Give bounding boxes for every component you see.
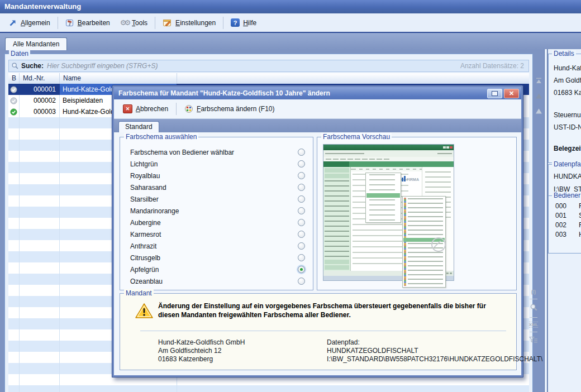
apply-colorscheme-button[interactable]: Farbschema ändern (F10) <box>180 102 279 116</box>
column-header-name[interactable]: Name <box>60 73 177 84</box>
color-scheme-option[interactable]: Farbschema von Bediener wählbar <box>120 146 313 158</box>
column-header-nr[interactable]: Md.-Nr. <box>20 73 60 84</box>
bediener-name: Her <box>579 230 581 240</box>
cancel-button[interactable]: ✕ Abbrechen <box>118 102 173 116</box>
details-panel: Details Hund-Katze-Goldfisch GmbH Am Gol… <box>548 49 581 392</box>
toolbar-label: Tools <box>132 19 147 27</box>
tab-strip: Alle Mandanten <box>0 32 581 50</box>
radio-button[interactable] <box>298 207 305 214</box>
window-titlebar: Mandantenverwaltung <box>0 0 581 13</box>
grid-scroll-controls <box>534 77 543 116</box>
radio-button[interactable] <box>298 231 305 238</box>
datapath-full: I:\BW_STANDARD\BW558PATCH32176\HUNDKATZE… <box>327 355 542 364</box>
dialog-body: Farbschema auswählen Farbschema von Bedi… <box>114 132 521 375</box>
column-header-b[interactable]: B <box>8 73 20 84</box>
restore-icon <box>492 91 498 96</box>
scroll-up-button[interactable] <box>535 93 542 101</box>
bediener-name: San <box>579 211 581 221</box>
toolbar-item-bearbeiten[interactable]: Bearbeiten <box>60 16 115 30</box>
settings-window-icon <box>163 18 172 27</box>
color-scheme-label: Citrusgelb <box>130 254 298 262</box>
datenpfad-group-label: Datenpfad <box>552 160 581 168</box>
details-group-label: Details <box>552 50 576 58</box>
bediener-row[interactable]: 001 San <box>549 211 581 221</box>
bediener-name: Rud <box>579 202 581 211</box>
toolbar-item-tools[interactable]: ⚙⚙ Tools <box>115 16 153 29</box>
radio-button[interactable] <box>298 266 305 273</box>
color-scheme-option[interactable]: Apfelgrün <box>120 264 313 275</box>
close-button[interactable]: ✕ <box>504 89 519 98</box>
preview-no-image-icon <box>431 237 446 252</box>
dialog-title: Farbschema für Mandant "Hund-Katze-Goldf… <box>118 89 485 97</box>
color-scheme-option[interactable]: Royalblau <box>120 170 313 181</box>
color-scheme-option[interactable]: Anthrazit <box>120 240 313 252</box>
restore-button[interactable] <box>487 89 502 98</box>
mandant-company: Hund-Katze-Goldfisch GmbH <box>158 338 245 347</box>
count-icon[interactable]: (l) <box>531 289 536 295</box>
scroll-top-button[interactable] <box>535 77 542 86</box>
radio-button[interactable] <box>298 254 305 261</box>
radio-button[interactable] <box>298 172 305 179</box>
radio-button[interactable] <box>298 242 305 250</box>
toolbar-label: Bearbeiten <box>78 19 110 27</box>
color-scheme-option[interactable]: Lichtgrün <box>120 158 313 170</box>
tab-standard[interactable]: Standard <box>118 121 159 132</box>
color-scheme-option[interactable]: Aubergine <box>120 217 313 228</box>
color-scheme-option[interactable]: Ozeanblau <box>120 275 313 287</box>
radio-button[interactable] <box>298 160 305 168</box>
help-icon: ? <box>231 18 240 27</box>
preview-group-label: Farbschema Vorschau <box>321 133 392 141</box>
main-toolbar: Allgemein Bearbeiten ⚙⚙ Tools Einstellun… <box>0 13 581 32</box>
tab-alle-mandanten[interactable]: Alle Mandanten <box>5 37 67 50</box>
color-scheme-label: Karmesrot <box>130 231 298 238</box>
radio-button[interactable] <box>298 278 305 285</box>
window-title: Mandantenverwaltung <box>4 2 81 11</box>
dialog-titlebar[interactable]: Farbschema für Mandant "Hund-Katze-Goldf… <box>114 87 521 99</box>
color-scheme-option[interactable]: Mandarinorange <box>120 205 313 217</box>
toolbar-item-allgemein[interactable]: Allgemein <box>3 16 55 30</box>
data-path-name: HUNDKATZEGOLDFISCHALT <box>549 170 581 183</box>
dialog-tab-strip: Standard <box>114 119 521 132</box>
color-scheme-option[interactable]: Citrusgelb <box>120 252 313 264</box>
bediener-name: Fra <box>579 221 581 230</box>
mandant-datapath: Datenpfad: HUNDKATZEGOLDFISCHALT I:\BW_S… <box>327 338 542 364</box>
daten-group-label: Daten <box>9 50 30 58</box>
bediener-number: 000 <box>555 202 570 211</box>
grid-search-icon[interactable] <box>530 303 538 313</box>
radio-button[interactable] <box>298 184 305 191</box>
empty-table-row[interactable] <box>8 385 529 392</box>
farbschema-vorschau-group: Farbschema Vorschau <box>317 137 517 290</box>
color-scheme-option[interactable]: Saharasand <box>120 181 313 193</box>
color-scheme-label: Royalblau <box>130 172 298 180</box>
mandant-number-cell: 000003 <box>20 106 60 117</box>
preview-thumbnail: FIRMA <box>323 144 454 281</box>
color-scheme-label: Starsilber <box>130 195 298 203</box>
color-scheme-label: Anthrazit <box>130 242 298 250</box>
toolbar-item-hilfe[interactable]: ? Hilfe <box>226 16 261 29</box>
radio-button[interactable] <box>298 219 305 226</box>
grid-side-tools: (l) XML <box>528 289 539 345</box>
color-scheme-option[interactable]: Starsilber <box>120 193 313 205</box>
farbschema-auswaehlen-group: Farbschema auswählen Farbschema von Bedi… <box>120 137 313 290</box>
detail-periods: Belegzeiträume <box>549 142 581 155</box>
color-scheme-option[interactable]: Karmesrot <box>120 228 313 240</box>
mandant-number-cell: 000002 <box>20 95 60 106</box>
radio-button[interactable] <box>298 195 305 203</box>
toolbar-item-einstellungen[interactable]: Einstellungen <box>158 16 221 30</box>
bediener-row[interactable]: 003 Her <box>549 230 581 240</box>
bediener-group-label: Bediener <box>552 192 581 199</box>
bediener-row[interactable]: 000 Rud <box>549 202 581 211</box>
toolbar-separator <box>58 17 58 29</box>
bediener-row[interactable]: 002 Fra <box>549 221 581 230</box>
close-icon: ✕ <box>509 90 514 97</box>
cancel-x-icon: ✕ <box>123 104 132 113</box>
datapath-label: Datenpfad: <box>327 338 542 347</box>
search-input[interactable]: Suche: Hier Suchbegriff eingeben (STRG+S… <box>8 60 529 72</box>
scroll-up-button-secondary[interactable] <box>535 108 542 116</box>
radio-button[interactable] <box>298 149 305 156</box>
panel-divider[interactable] <box>544 49 547 392</box>
xml-icon[interactable]: XML <box>529 322 539 328</box>
preview-open-menu <box>365 173 401 223</box>
detail-street: Am Goldfischteich 12 <box>549 74 581 87</box>
arrow-up-right-icon <box>8 18 17 27</box>
